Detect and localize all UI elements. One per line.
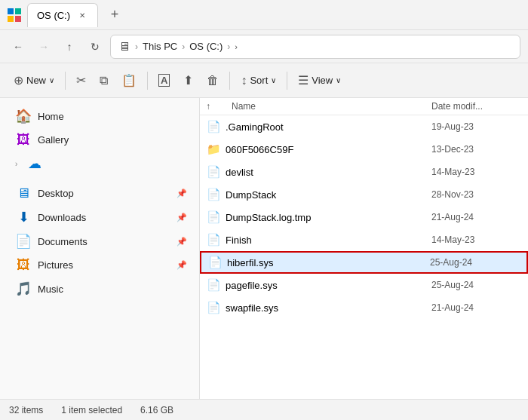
table-row[interactable]: 📄pagefile.sys25-Aug-24	[200, 274, 528, 296]
pictures-pin-icon: 📌	[177, 260, 187, 270]
cloud-expander-icon: ›	[15, 160, 17, 168]
sidebar-downloads-label: Downloads	[38, 212, 170, 223]
breadcrumb-thispc[interactable]: This PC	[143, 41, 177, 52]
back-button[interactable]: ←	[8, 36, 29, 57]
view-button[interactable]: ☰ View ∨	[292, 68, 347, 94]
table-row[interactable]: 📄Finish14-May-23	[200, 228, 528, 251]
file-type-icon: 📄	[206, 300, 221, 315]
table-row[interactable]: 📄devlist14-May-23	[200, 161, 528, 183]
sidebar-item-cloud[interactable]: › ☁	[3, 152, 196, 176]
file-date: 13-Dec-23	[431, 144, 522, 155]
table-row[interactable]: 📁060F5066C59F13-Dec-23	[200, 138, 528, 161]
home-icon: 🏠	[15, 108, 32, 124]
current-tab[interactable]: OS (C:) ✕	[27, 3, 98, 27]
file-type-icon: 📄	[207, 255, 223, 270]
close-tab-button[interactable]: ✕	[76, 9, 88, 21]
sidebar-gallery-label: Gallery	[38, 134, 187, 146]
file-name: Finish	[226, 235, 427, 246]
table-row[interactable]: 📄DumpStack.log.tmp21-Aug-24	[200, 206, 528, 228]
sidebar-home-label: Home	[38, 111, 187, 122]
title-bar: OS (C:) ✕ +	[0, 0, 528, 30]
sep2: ›	[182, 41, 185, 52]
new-button[interactable]: ⊕ New ∨	[8, 68, 60, 94]
cut-icon: ✂	[76, 73, 86, 87]
table-row[interactable]: 📄.GamingRoot19-Aug-23	[200, 115, 528, 138]
sort-arrow-icon: ↑	[206, 101, 210, 112]
file-date: 28-Nov-23	[431, 189, 522, 200]
sidebar-item-downloads[interactable]: ⬇ Downloads 📌	[3, 205, 196, 229]
table-row[interactable]: 📄swapfile.sys21-Aug-24	[200, 296, 528, 319]
sidebar-item-desktop[interactable]: 🖥 Desktop 📌	[3, 182, 196, 205]
table-row[interactable]: 📄DumpStack28-Nov-23	[200, 183, 528, 206]
share-button[interactable]: ⬆	[177, 68, 199, 94]
address-box[interactable]: 🖥 › This PC › OS (C:) › ›	[110, 35, 520, 59]
pc-icon: 🖥	[118, 40, 130, 54]
file-name: swapfile.sys	[226, 302, 427, 314]
delete-icon: 🗑	[207, 74, 219, 87]
up-button[interactable]: ↑	[59, 36, 80, 57]
file-date: 25-Aug-24	[431, 280, 522, 290]
desktop-pin-icon: 📌	[177, 189, 187, 198]
new-tab-button[interactable]: +	[104, 5, 125, 26]
file-date: 19-Aug-23	[431, 121, 522, 132]
svg-rect-2	[8, 16, 14, 22]
cloud-icon: ☁	[26, 155, 43, 172]
file-content: ↑ Name Date modif... 📄.GamingRoot19-Aug-…	[200, 98, 528, 399]
separator-3	[229, 72, 230, 90]
copy-icon: ⧉	[100, 74, 108, 87]
file-name: DumpStack	[226, 189, 427, 201]
breadcrumb-osc[interactable]: OS (C:)	[189, 41, 223, 52]
forward-button[interactable]: →	[33, 36, 54, 57]
tab-title: OS (C:)	[37, 10, 70, 21]
file-size: 6.16 GB	[140, 405, 173, 415]
cut-button[interactable]: ✂	[70, 68, 92, 94]
file-date: 21-Aug-24	[431, 212, 522, 222]
refresh-button[interactable]: ↻	[84, 36, 106, 57]
address-chevron: ›	[235, 42, 238, 51]
sidebar-music-label: Music	[38, 284, 187, 295]
pictures-icon: 🖼	[15, 257, 32, 273]
sidebar-item-home[interactable]: 🏠 Home	[3, 104, 196, 128]
file-date: 21-Aug-24	[431, 302, 522, 313]
sidebar-item-documents[interactable]: 📄 Documents 📌	[3, 229, 196, 253]
file-type-icon: 📁	[206, 142, 221, 157]
selected-info: 1 item selected	[61, 405, 122, 415]
separator-4	[287, 72, 287, 90]
address-bar: ← → ↑ ↻ 🖥 › This PC › OS (C:) › ›	[0, 30, 528, 63]
sidebar-item-music[interactable]: 🎵 Music	[3, 277, 196, 301]
paste-button[interactable]: 📋	[115, 68, 143, 94]
sort-label: Sort	[250, 75, 268, 86]
sort-chevron-icon: ∨	[271, 76, 276, 84]
view-label: View	[312, 75, 333, 86]
file-type-icon: 📄	[206, 210, 221, 225]
separator-2	[147, 72, 148, 90]
svg-rect-0	[8, 8, 14, 14]
file-date: 25-Aug-24	[430, 257, 520, 268]
new-plus-icon: ⊕	[14, 73, 23, 87]
file-name: hiberfil.sys	[227, 257, 425, 268]
main-area: 🏠 Home 🖼 Gallery › ☁ 🖥 Desktop 📌 ⬇ Downl…	[0, 98, 528, 399]
file-name: .GamingRoot	[226, 121, 427, 133]
copy-button[interactable]: ⧉	[94, 68, 114, 94]
share-icon: ⬆	[183, 73, 193, 87]
music-icon: 🎵	[15, 281, 32, 297]
item-count: 32 items	[9, 405, 43, 415]
file-type-icon: 📄	[206, 164, 221, 179]
table-row[interactable]: 📄hiberfil.sys25-Aug-24	[200, 251, 528, 274]
file-list-header: ↑ Name Date modif...	[200, 98, 528, 115]
sidebar-item-pictures[interactable]: 🖼 Pictures 📌	[3, 253, 196, 277]
sep1: ›	[135, 41, 138, 52]
rename-icon: A	[158, 74, 170, 87]
file-type-icon: 📄	[206, 232, 221, 247]
sep3: ›	[227, 41, 230, 52]
sidebar-item-gallery[interactable]: 🖼 Gallery	[3, 128, 196, 152]
sort-icon: ↕	[241, 74, 247, 87]
sort-button[interactable]: ↕ Sort ∨	[235, 68, 282, 94]
delete-button[interactable]: 🗑	[201, 68, 225, 94]
app-icon	[8, 8, 21, 22]
separator-1	[65, 72, 66, 90]
status-bar: 32 items 1 item selected 6.16 GB	[0, 399, 528, 420]
sidebar-desktop-label: Desktop	[38, 188, 170, 199]
file-type-icon: 📄	[206, 277, 221, 293]
rename-button[interactable]: A	[152, 68, 176, 94]
